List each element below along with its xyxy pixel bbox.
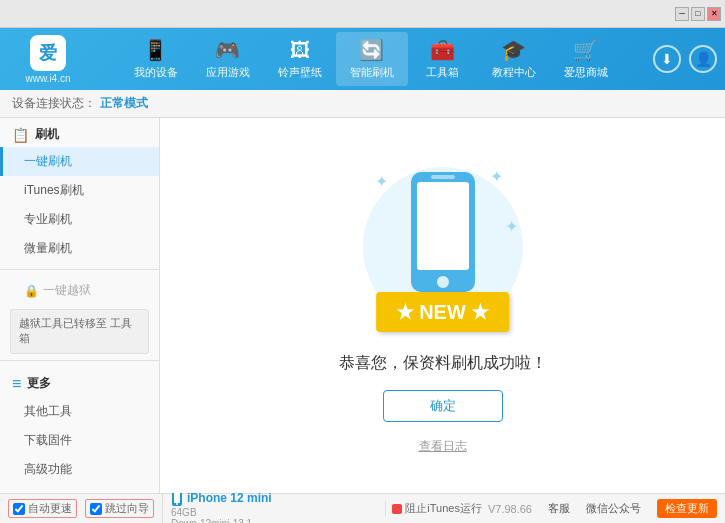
logo-url: www.i4.cn: [25, 73, 70, 84]
device-info: iPhone 12 mini 64GB Down-12mini-13,1: [162, 489, 272, 524]
one-key-flash-label: 一键刷机: [24, 154, 72, 168]
jailbreak-label: 一键越狱: [43, 282, 91, 299]
more-section-icon: ≡: [12, 375, 21, 393]
sidebar-section-jailbreak: 🔒 一键越狱: [0, 276, 159, 305]
status-value: 正常模式: [100, 95, 148, 112]
itunes-status: 阻止iTunes运行: [385, 501, 488, 516]
ringtone-label: 铃声壁纸: [278, 65, 322, 80]
secondary-link[interactable]: 查看日志: [419, 438, 467, 455]
nav-items: 📱 我的设备 🎮 应用游戏 🖼 铃声壁纸 🔄 智能刷机 🧰 工具箱 🎓 教程中心…: [88, 32, 653, 86]
sparkle-top-left: ✦: [375, 172, 388, 191]
sidebar-item-one-key-flash[interactable]: 一键刷机: [0, 147, 159, 176]
advanced-label: 高级功能: [24, 462, 72, 476]
sidebar: 📋 刷机 一键刷机 iTunes刷机 专业刷机 微量刷机 🔒 一键越狱 越狱工具…: [0, 118, 160, 493]
skip-wizard-label: 跳过向导: [105, 501, 149, 516]
nav-item-toolbox[interactable]: 🧰 工具箱: [408, 32, 478, 86]
download-firmware-label: 下载固件: [24, 433, 72, 447]
sidebar-section-flash: 📋 刷机: [0, 118, 159, 147]
svg-rect-3: [431, 175, 455, 179]
download-button[interactable]: ⬇: [653, 45, 681, 73]
auto-update-checkbox[interactable]: 自动更速: [8, 499, 77, 518]
tutorial-icon: 🎓: [501, 38, 526, 62]
sidebar-item-micro-flash[interactable]: 微量刷机: [0, 234, 159, 263]
content-area: ✦ ✦ ✦ ★ NEW ★ 恭喜您，保资料刷机成功啦！: [160, 118, 725, 493]
logo-char: 爱: [39, 41, 57, 65]
store-label: 爱思商城: [564, 65, 608, 80]
flash-section-icon: 📋: [12, 127, 29, 143]
phone-svg: [403, 172, 483, 302]
support-link[interactable]: 客服: [548, 501, 570, 516]
svg-rect-1: [417, 182, 469, 270]
logo-icon: 爱: [30, 35, 66, 71]
itunes-label: 阻止iTunes运行: [405, 501, 482, 516]
sidebar-item-download-firmware[interactable]: 下载固件: [0, 426, 159, 455]
auto-update-input[interactable]: [13, 503, 25, 515]
smart-flash-label: 智能刷机: [350, 65, 394, 80]
main-layout: 📋 刷机 一键刷机 iTunes刷机 专业刷机 微量刷机 🔒 一键越狱 越狱工具…: [0, 118, 725, 493]
sidebar-section-more: ≡ 更多: [0, 367, 159, 397]
other-tools-label: 其他工具: [24, 404, 72, 418]
device-storage: 64GB: [171, 507, 272, 518]
nav-bar: 爱 www.i4.cn 📱 我的设备 🎮 应用游戏 🖼 铃声壁纸 🔄 智能刷机 …: [0, 28, 725, 90]
smart-flash-icon: 🔄: [359, 38, 384, 62]
nav-item-ringtone[interactable]: 🖼 铃声壁纸: [264, 33, 336, 86]
sidebar-divider-1: [0, 269, 159, 270]
minimize-button[interactable]: ─: [675, 7, 689, 21]
new-ribbon: ★ NEW ★: [376, 292, 510, 332]
my-device-label: 我的设备: [134, 65, 178, 80]
sidebar-item-itunes-flash[interactable]: iTunes刷机: [0, 176, 159, 205]
user-button[interactable]: 👤: [689, 45, 717, 73]
nav-item-tutorial[interactable]: 🎓 教程中心: [478, 32, 550, 86]
check-update-button[interactable]: 检查更新: [657, 499, 717, 518]
auto-update-label: 自动更速: [28, 501, 72, 516]
svg-point-6: [176, 503, 178, 505]
sparkle-right: ✦: [505, 217, 518, 236]
toolbox-icon: 🧰: [430, 38, 455, 62]
maximize-button[interactable]: □: [691, 7, 705, 21]
status-bar: 设备连接状态： 正常模式: [0, 90, 725, 118]
pro-flash-label: 专业刷机: [24, 212, 72, 226]
confirm-btn-label: 确定: [430, 397, 456, 415]
toolbox-label: 工具箱: [426, 65, 459, 80]
my-device-icon: 📱: [143, 38, 168, 62]
bottom-right: V7.98.66 客服 微信公众号 检查更新: [488, 499, 717, 518]
close-button[interactable]: ✕: [707, 7, 721, 21]
bottom-left: 自动更速 跳过向导 iPhone 12 mini 64GB Down-12min…: [8, 489, 385, 524]
sparkle-top-right: ✦: [490, 167, 503, 186]
confirm-button[interactable]: 确定: [383, 390, 503, 422]
app-logo: 爱 www.i4.cn: [8, 35, 88, 84]
version-label: V7.98.66: [488, 503, 532, 515]
device-model: Down-12mini-13,1: [171, 518, 272, 524]
nav-item-smart-flash[interactable]: 🔄 智能刷机: [336, 32, 408, 86]
success-message: 恭喜您，保资料刷机成功啦！: [339, 353, 547, 374]
jailbreak-note-text: 越狱工具已转移至 工具箱: [19, 317, 132, 344]
sidebar-jailbreak-note: 越狱工具已转移至 工具箱: [10, 309, 149, 354]
sidebar-item-advanced[interactable]: 高级功能: [0, 455, 159, 484]
status-label: 设备连接状态：: [12, 95, 96, 112]
more-section-label: 更多: [27, 375, 51, 392]
success-illustration: ✦ ✦ ✦ ★ NEW ★ 恭喜您，保资料刷机成功啦！: [339, 157, 547, 455]
ribbon-text: NEW: [419, 301, 466, 323]
skip-wizard-checkbox[interactable]: 跳过向导: [85, 499, 154, 518]
app-game-icon: 🎮: [215, 38, 240, 62]
itunes-flash-label: iTunes刷机: [24, 183, 84, 197]
sidebar-item-other-tools[interactable]: 其他工具: [0, 397, 159, 426]
nav-right-buttons: ⬇ 👤: [653, 45, 717, 73]
lock-icon: 🔒: [24, 284, 39, 298]
skip-wizard-input[interactable]: [90, 503, 102, 515]
app-game-label: 应用游戏: [206, 65, 250, 80]
nav-item-store[interactable]: 🛒 爱思商城: [550, 32, 622, 86]
svg-point-2: [437, 276, 449, 288]
bottom-bar: 自动更速 跳过向导 iPhone 12 mini 64GB Down-12min…: [0, 493, 725, 523]
nav-item-my-device[interactable]: 📱 我的设备: [120, 32, 192, 86]
micro-flash-label: 微量刷机: [24, 241, 72, 255]
sidebar-divider-2: [0, 360, 159, 361]
window-controls: ─ □ ✕: [675, 7, 721, 21]
ringtone-icon: 🖼: [290, 39, 310, 62]
itunes-stop-icon: [392, 504, 402, 514]
phone-illustration: ✦ ✦ ✦ ★ NEW ★: [353, 157, 533, 337]
wechat-link[interactable]: 微信公众号: [586, 501, 641, 516]
sidebar-item-pro-flash[interactable]: 专业刷机: [0, 205, 159, 234]
title-bar: ─ □ ✕: [0, 0, 725, 28]
nav-item-app-game[interactable]: 🎮 应用游戏: [192, 32, 264, 86]
